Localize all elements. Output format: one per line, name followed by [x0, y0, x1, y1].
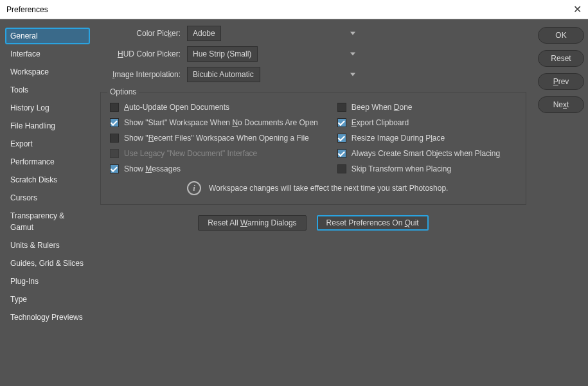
checkbox-show-messages[interactable]: Show Messages [110, 164, 318, 173]
checkbox-label: Show Messages [124, 164, 181, 173]
info-row: i Workspace changes will take effect the… [110, 181, 517, 195]
select-interp[interactable]: Bicubic Automatic [187, 67, 260, 82]
select-hud-wrap: Hue Strip (Small) [187, 46, 361, 62]
reset-row: Reset All Warning Dialogs Reset Preferen… [100, 215, 526, 231]
checkbox-label: Auto-Update Open Documents [124, 103, 229, 112]
checkbox-always-create-smart-objects-wh[interactable]: Always Create Smart Objects when Placing [337, 149, 500, 158]
checkbox-icon[interactable] [110, 103, 119, 112]
checkbox-label: Export Clipboard [352, 118, 409, 127]
checkbox-label: Show "Start" Workspace When No Documents… [124, 118, 318, 127]
label-hud: HUD Color Picker: [100, 49, 187, 58]
row-color-picker: Color Picker: Adobe [100, 26, 526, 41]
sidebar-item-cursors[interactable]: Cursors [5, 189, 90, 206]
checkbox-resize-image-during-place[interactable]: Resize Image During Place [337, 134, 500, 143]
options-grid: Auto-Update Open DocumentsShow "Start" W… [110, 103, 517, 173]
options-col-right: Beep When DoneExport ClipboardResize Ima… [337, 103, 500, 173]
info-text: Workspace changes will take effect the n… [209, 184, 448, 193]
reset-warning-button[interactable]: Reset All Warning Dialogs [198, 215, 306, 231]
body: GeneralInterfaceWorkspaceToolsHistory Lo… [0, 19, 588, 386]
sidebar-item-tools[interactable]: Tools [5, 82, 90, 98]
titlebar: Preferences ✕ [0, 0, 588, 19]
sidebar-item-guides-grid-slices[interactable]: Guides, Grid & Slices [5, 255, 90, 272]
sidebar-item-plug-ins[interactable]: Plug-Ins [5, 273, 90, 290]
sidebar-item-file-handling[interactable]: File Handling [5, 118, 90, 134]
window-title: Preferences [6, 5, 48, 14]
row-interp: Image Interpolation: Bicubic Automatic [100, 67, 526, 82]
checkbox-icon[interactable] [337, 164, 346, 173]
checkbox-icon[interactable] [337, 103, 346, 112]
rightbar: OK Reset Prev Next [538, 23, 584, 382]
sidebar-item-technology-previews[interactable]: Technology Previews [5, 309, 90, 326]
main: Color Picker: Adobe HUD Color Picker: Hu… [95, 23, 584, 382]
sidebar: GeneralInterfaceWorkspaceToolsHistory Lo… [4, 23, 91, 382]
select-interp-wrap: Bicubic Automatic [187, 67, 361, 82]
prev-button[interactable]: Prev [538, 73, 584, 90]
checkbox-icon[interactable] [110, 134, 119, 143]
sidebar-item-interface[interactable]: Interface [5, 46, 90, 62]
sidebar-item-transparency-gamut[interactable]: Transparency & Gamut [5, 207, 90, 236]
checkbox-icon[interactable] [337, 118, 346, 127]
checkbox-label: Beep When Done [352, 103, 413, 112]
select-color-picker-wrap: Adobe [187, 26, 361, 41]
checkbox-icon[interactable] [337, 149, 346, 158]
options-col-left: Auto-Update Open DocumentsShow "Start" W… [110, 103, 318, 173]
sidebar-item-history-log[interactable]: History Log [5, 100, 90, 116]
ok-button[interactable]: OK [538, 27, 584, 44]
checkbox-auto-update-open-documents[interactable]: Auto-Update Open Documents [110, 103, 318, 112]
content: Color Picker: Adobe HUD Color Picker: Hu… [95, 23, 531, 382]
checkbox-label: Resize Image During Place [352, 134, 445, 143]
checkbox-label: Always Create Smart Objects when Placing [352, 149, 500, 158]
checkbox-label: Use Legacy "New Document" Interface [124, 149, 257, 158]
close-icon[interactable]: ✕ [573, 3, 582, 15]
select-color-picker[interactable]: Adobe [187, 26, 221, 41]
checkbox-beep-when-done[interactable]: Beep When Done [337, 103, 500, 112]
sidebar-item-units-rulers[interactable]: Units & Rulers [5, 237, 90, 254]
label-interp: Image Interpolation: [100, 70, 187, 79]
reset-on-quit-button[interactable]: Reset Preferences On Quit [317, 215, 429, 231]
sidebar-item-performance[interactable]: Performance [5, 154, 90, 170]
sidebar-item-export[interactable]: Export [5, 136, 90, 152]
select-hud[interactable]: Hue Strip (Small) [187, 46, 258, 62]
checkbox-label: Skip Transform when Placing [352, 164, 451, 173]
info-icon: i [187, 181, 201, 195]
checkbox-use-legacy-new-document-interf: Use Legacy "New Document" Interface [110, 149, 318, 158]
options-legend: Options [107, 87, 139, 96]
checkbox-icon[interactable] [110, 118, 119, 127]
checkbox-label: Show "Recent Files" Workspace When Openi… [124, 134, 309, 143]
row-hud: HUD Color Picker: Hue Strip (Small) [100, 46, 526, 62]
checkbox-icon[interactable] [110, 164, 119, 173]
checkbox-skip-transform-when-placing[interactable]: Skip Transform when Placing [337, 164, 500, 173]
checkbox-show-recent-files-workspace-wh[interactable]: Show "Recent Files" Workspace When Openi… [110, 134, 318, 143]
checkbox-icon [110, 149, 119, 158]
reset-button[interactable]: Reset [538, 50, 584, 67]
checkbox-export-clipboard[interactable]: Export Clipboard [337, 118, 500, 127]
label-color-picker: Color Picker: [100, 29, 187, 38]
preferences-window: Preferences ✕ GeneralInterfaceWorkspaceT… [0, 0, 588, 386]
sidebar-item-type[interactable]: Type [5, 291, 90, 308]
sidebar-item-general[interactable]: General [5, 28, 90, 44]
sidebar-item-scratch-disks[interactable]: Scratch Disks [5, 171, 90, 188]
next-button[interactable]: Next [538, 96, 584, 113]
checkbox-icon[interactable] [337, 134, 346, 143]
options-fieldset: Options Auto-Update Open DocumentsShow "… [100, 87, 526, 205]
checkbox-show-start-workspace-when-no-d[interactable]: Show "Start" Workspace When No Documents… [110, 118, 318, 127]
sidebar-item-workspace[interactable]: Workspace [5, 64, 90, 80]
